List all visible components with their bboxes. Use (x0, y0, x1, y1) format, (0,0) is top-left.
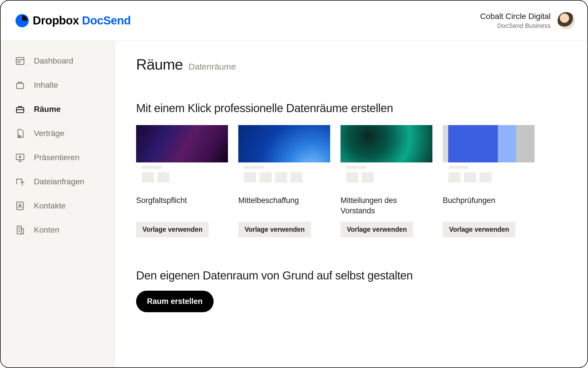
sidebar-item-present[interactable]: Präsentieren (1, 145, 115, 170)
sidebar-item-contacts[interactable]: Kontakte (1, 194, 115, 218)
template-skeleton (443, 162, 535, 187)
sidebar-item-filerequests[interactable]: Dateianfragen (1, 170, 115, 194)
sidebar-item-label: Konten (34, 225, 59, 235)
sidebar: Dashboard Inhalte (1, 41, 115, 367)
content-icon (14, 79, 26, 91)
sidebar-item-accounts[interactable]: Konten (1, 218, 115, 242)
svg-marker-10 (20, 156, 21, 158)
svg-rect-6 (16, 108, 24, 113)
sidebar-item-label: Dashboard (34, 56, 73, 66)
org-plan: DocSend Business (480, 22, 551, 30)
svg-rect-19 (17, 226, 22, 234)
page-title: Räume (136, 56, 183, 73)
template-card-board-comms: Mitteilungen des Vorstands Vorlage verwe… (341, 125, 432, 237)
create-room-button[interactable]: Raum erstellen (136, 291, 214, 312)
contacts-icon (14, 200, 26, 212)
dashboard-icon (14, 55, 26, 67)
template-preview[interactable] (136, 125, 228, 187)
sidebar-item-dashboard[interactable]: Dashboard (1, 49, 115, 73)
contracts-icon (14, 128, 26, 139)
template-hero-image (443, 125, 535, 162)
sidebar-item-label: Räume (34, 105, 61, 114)
svg-rect-1 (16, 57, 24, 64)
template-preview[interactable] (238, 125, 330, 187)
template-skeleton (238, 162, 330, 187)
sidebar-item-label: Präsentieren (34, 153, 80, 162)
use-template-button[interactable]: Vorlage verwenden (238, 222, 311, 237)
sidebar-item-label: Dateianfragen (34, 177, 84, 186)
template-card-audits: Buchprüfungen Vorlage verwenden (443, 125, 535, 237)
rooms-icon (14, 103, 26, 115)
sidebar-item-rooms[interactable]: Räume (1, 97, 115, 121)
header: Dropbox DocSend Cobalt Circle Digital Do… (1, 1, 587, 41)
accounts-icon (14, 224, 26, 236)
template-hero-image (136, 125, 228, 162)
page-title-row: Räume Datenräume (136, 56, 567, 73)
sidebar-item-label: Verträge (34, 129, 64, 138)
dropbox-logo-icon (16, 14, 29, 27)
org-info[interactable]: Cobalt Circle Digital DocSend Business (480, 12, 551, 30)
page-subtitle: Datenräume (189, 62, 236, 72)
template-skeleton (341, 162, 432, 187)
use-template-button[interactable]: Vorlage verwenden (136, 222, 209, 237)
template-preview[interactable] (443, 125, 535, 187)
template-preview[interactable] (341, 125, 432, 187)
section-heading-templates: Mit einem Klick professionelle Datenräum… (136, 102, 567, 115)
sidebar-item-label: Inhalte (34, 80, 58, 90)
brand-text: Dropbox DocSend (33, 14, 131, 27)
org-name: Cobalt Circle Digital (480, 12, 551, 21)
main-content: Räume Datenräume Mit einem Klick profess… (115, 41, 587, 367)
template-hero-image (341, 125, 432, 162)
template-title: Mittelbeschaffung (238, 195, 330, 216)
template-card-due-diligence: Sorgfaltspflicht Vorlage verwenden (136, 125, 228, 237)
template-grid: Sorgfaltspflicht Vorlage verwenden Mitte… (136, 125, 567, 237)
svg-rect-5 (17, 83, 24, 89)
avatar[interactable] (558, 12, 575, 29)
svg-rect-9 (16, 154, 24, 160)
template-card-fundraising: Mittelbeschaffung Vorlage verwenden (238, 125, 330, 237)
brand-dropbox: Dropbox (33, 14, 79, 27)
app-frame: Dropbox DocSend Cobalt Circle Digital Do… (0, 0, 588, 368)
file-request-icon (14, 176, 26, 187)
use-template-button[interactable]: Vorlage verwenden (443, 222, 515, 237)
body: Dashboard Inhalte (1, 41, 587, 367)
template-title: Sorgfaltspflicht (136, 195, 228, 216)
present-icon (14, 152, 26, 163)
sidebar-item-content[interactable]: Inhalte (1, 73, 115, 97)
section-heading-custom: Den eigenen Datenraum von Grund auf selb… (136, 269, 567, 282)
brand[interactable]: Dropbox DocSend (16, 14, 131, 27)
template-hero-image (238, 125, 330, 162)
template-title: Buchprüfungen (443, 195, 535, 216)
use-template-button[interactable]: Vorlage verwenden (341, 222, 413, 237)
sidebar-item-contracts[interactable]: Verträge (1, 121, 115, 145)
template-skeleton (136, 162, 228, 187)
svg-point-15 (19, 204, 21, 206)
svg-rect-20 (22, 229, 24, 234)
header-right: Cobalt Circle Digital DocSend Business (480, 12, 575, 30)
sidebar-item-label: Kontakte (34, 201, 66, 210)
template-title: Mitteilungen des Vorstands (341, 195, 432, 216)
brand-docsend: DocSend (82, 14, 131, 27)
